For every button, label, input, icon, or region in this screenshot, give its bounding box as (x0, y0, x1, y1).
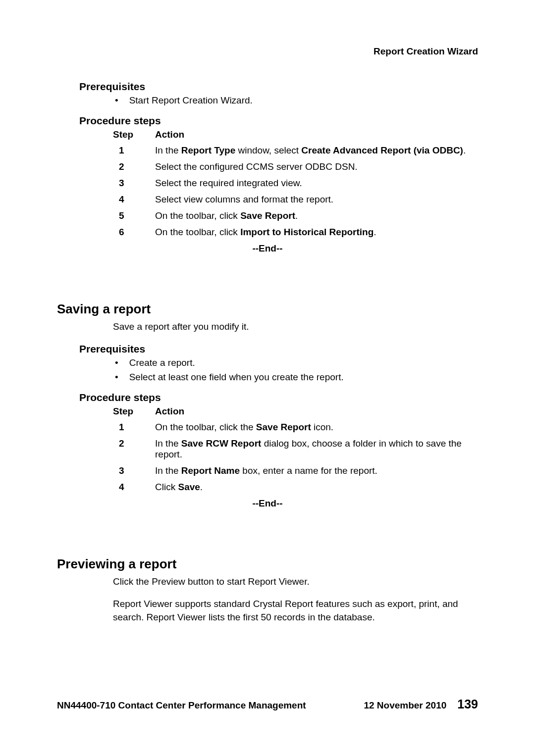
procedure-steps-heading-2: Procedure steps (79, 392, 478, 403)
bullet-text: Select at least one field when you creat… (129, 372, 344, 383)
prerequisites-list-1: • Start Report Creation Wizard. (115, 95, 478, 106)
steps-header: Step Action (113, 406, 478, 417)
step-action: Select the required integrated view. (155, 178, 478, 189)
prerequisites-heading-2: Prerequisites (79, 343, 478, 355)
step-action: On the toolbar, click Import to Historic… (155, 227, 478, 238)
table-row: 1In the Report Type window, select Creat… (113, 145, 478, 156)
end-marker-1: --End-- (57, 243, 478, 254)
step-number: 2 (113, 438, 155, 460)
step-number: 4 (113, 194, 155, 205)
steps-header: Step Action (113, 129, 478, 140)
step-number: 3 (113, 178, 155, 189)
steps-rows-1: 1In the Report Type window, select Creat… (113, 145, 478, 238)
bullet-text: Start Report Creation Wizard. (129, 95, 253, 106)
prerequisites-heading-1: Prerequisites (79, 81, 478, 93)
prerequisites-list-2: • Create a report. • Select at least one… (115, 357, 478, 383)
section-heading-previewing: Previewing a report (57, 556, 478, 572)
procedure-steps-heading-1: Procedure steps (79, 115, 478, 127)
step-number: 6 (113, 227, 155, 238)
step-number: 4 (113, 482, 155, 493)
steps-rows-2: 1On the toolbar, click the Save Report i… (113, 422, 478, 493)
section-intro-saving: Save a report after you modify it. (113, 321, 478, 333)
bullet-icon: • (115, 372, 118, 382)
action-column-label: Action (155, 129, 184, 140)
step-column-label: Step (113, 129, 155, 140)
step-action: On the toolbar, click Save Report. (155, 210, 478, 221)
step-number: 1 (113, 145, 155, 156)
footer-doc-id: NN44400-710 Contact Center Performance M… (57, 700, 306, 711)
step-number: 1 (113, 422, 155, 433)
step-action: On the toolbar, click the Save Report ic… (155, 422, 478, 433)
section-heading-saving: Saving a report (57, 302, 478, 317)
bullet-icon: • (115, 358, 118, 367)
table-row: 2Select the configured CCMS server ODBC … (113, 161, 478, 172)
table-row: 5On the toolbar, click Save Report. (113, 210, 478, 221)
step-action: Click Save. (155, 482, 478, 493)
table-row: 1On the toolbar, click the Save Report i… (113, 422, 478, 433)
step-action: In the Report Type window, select Create… (155, 145, 478, 156)
table-row: 3Select the required integrated view. (113, 178, 478, 189)
step-number: 3 (113, 465, 155, 476)
action-column-label: Action (155, 406, 184, 417)
end-marker-2: --End-- (57, 498, 478, 509)
step-column-label: Step (113, 406, 155, 417)
page-footer: NN44400-710 Contact Center Performance M… (57, 697, 478, 711)
table-row: 3In the Report Name box, enter a name fo… (113, 465, 478, 476)
step-action: In the Save RCW Report dialog box, choos… (155, 438, 478, 460)
steps-table-1: Step Action 1In the Report Type window, … (113, 129, 478, 238)
section-intro-previewing: Click the Preview button to start Report… (113, 576, 478, 588)
step-number: 2 (113, 161, 155, 172)
table-row: 4Click Save. (113, 482, 478, 493)
table-row: 6On the toolbar, click Import to Histori… (113, 227, 478, 238)
list-item: • Create a report. (115, 357, 478, 368)
steps-table-2: Step Action 1On the toolbar, click the S… (113, 406, 478, 493)
list-item: • Start Report Creation Wizard. (115, 95, 478, 106)
step-number: 5 (113, 210, 155, 221)
bullet-text: Create a report. (129, 357, 195, 368)
list-item: • Select at least one field when you cre… (115, 372, 478, 383)
section-body-previewing: Report Viewer supports standard Crystal … (113, 598, 478, 624)
step-action: In the Report Name box, enter a name for… (155, 465, 478, 476)
step-action: Select view columns and format the repor… (155, 194, 478, 205)
bullet-icon: • (115, 96, 118, 105)
header-breadcrumb: Report Creation Wizard (57, 46, 478, 57)
step-action: Select the configured CCMS server ODBC D… (155, 161, 478, 172)
footer-page-number: 139 (457, 697, 478, 711)
table-row: 4Select view columns and format the repo… (113, 194, 478, 205)
table-row: 2In the Save RCW Report dialog box, choo… (113, 438, 478, 460)
footer-date: 12 November 2010 (364, 700, 446, 711)
